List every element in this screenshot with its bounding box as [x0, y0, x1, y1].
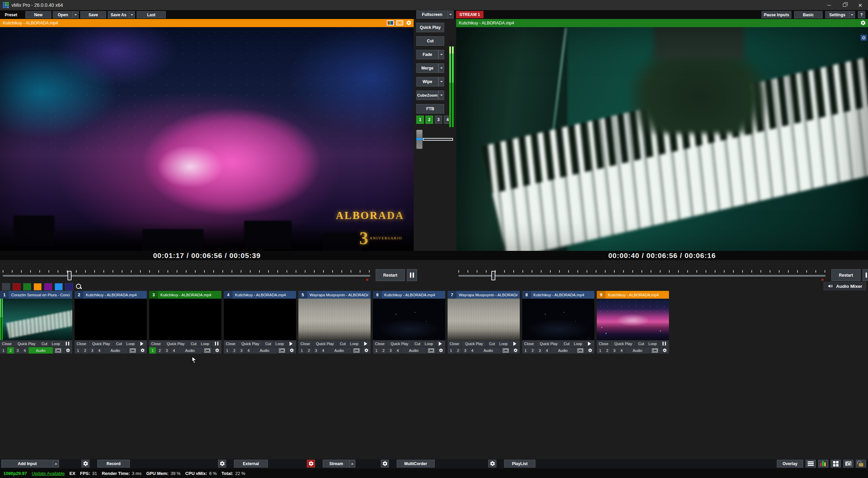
preview-titlebar[interactable]: Kutichikuy - ALBORADA.mp4 [0, 19, 414, 27]
lock-button[interactable] [856, 460, 866, 467]
input-fullscreen-button[interactable] [202, 347, 213, 354]
input-overlay-3-button[interactable]: 3 [14, 347, 21, 354]
input-overlay-3-button[interactable]: 3 [536, 347, 544, 354]
input-tile-7[interactable]: 7 Wayrapa Muspuynin - ALBORADA.mp4 Close… [448, 291, 520, 354]
input-audio-button[interactable]: Audio [327, 347, 352, 354]
input-cut-button[interactable]: Cut [412, 340, 422, 347]
input-quick-play-button[interactable]: Quick Play [536, 340, 561, 347]
gear-icon[interactable] [860, 20, 866, 26]
input-overlay-3-button[interactable]: 3 [387, 347, 394, 354]
input-header[interactable]: 1 Corazón Sensual en Piura - Concierto [0, 291, 72, 299]
open-button[interactable]: Open [53, 11, 73, 18]
color-filter-green[interactable] [23, 283, 31, 291]
input-play-pause-button[interactable] [585, 340, 594, 347]
input-quick-play-button[interactable]: Quick Play [163, 340, 189, 347]
multiview-button[interactable] [831, 460, 841, 467]
input-overlay-1-button[interactable]: 1 [149, 347, 156, 354]
fullscreen-button[interactable]: Fullscreen [416, 11, 448, 19]
input-header[interactable]: 7 Wayrapa Muspuynin - ALBORADA.mp4 [448, 291, 520, 299]
input-close-button[interactable]: Close [0, 340, 14, 347]
input-loop-button[interactable]: Loop [647, 340, 659, 347]
input-close-button[interactable]: Close [373, 340, 387, 347]
input-cut-button[interactable]: Cut [39, 340, 50, 347]
input-tile-9[interactable]: 9 Kutichikuy - ALBORADA.mp4 Close Quick … [597, 291, 669, 354]
input-loop-button[interactable]: Loop [199, 340, 212, 347]
input-header[interactable]: 5 Wayrapa Muspuynin - ALBORADA.mp4 [298, 291, 371, 299]
input-cut-button[interactable]: Cut [263, 340, 273, 347]
maximize-button[interactable] [837, 0, 852, 10]
overlay-button[interactable]: Overlay [777, 460, 803, 467]
merge-button[interactable]: Merge [416, 63, 438, 73]
input-fullscreen-button[interactable] [575, 347, 586, 354]
input-overlay-3-button[interactable]: 3 [313, 347, 320, 354]
record-settings-button[interactable] [81, 460, 90, 467]
input-settings-button[interactable] [287, 347, 296, 354]
input-settings-button[interactable] [586, 347, 594, 354]
input-play-pause-button[interactable] [361, 340, 371, 347]
color-filter-default[interactable] [2, 283, 10, 291]
cut-button[interactable]: Cut [416, 36, 444, 46]
input-cut-button[interactable]: Cut [561, 340, 572, 347]
overlay-1-button[interactable]: 1 [416, 116, 424, 124]
colorbars-icon[interactable] [387, 20, 394, 25]
minimize-button[interactable] [821, 0, 837, 10]
input-audio-button[interactable]: Audio [252, 347, 277, 354]
program-pause-button[interactable] [863, 269, 868, 281]
input-audio-button[interactable]: Audio [551, 347, 575, 354]
input-overlay-1-button[interactable]: 1 [0, 347, 7, 354]
input-quick-play-button[interactable]: Quick Play [14, 340, 39, 347]
input-overlay-1-button[interactable]: 1 [448, 347, 455, 354]
merge-dropdown[interactable] [438, 63, 444, 73]
playlist-settings-button[interactable] [488, 460, 496, 467]
save-as-dropdown[interactable] [129, 11, 135, 18]
input-thumbnail[interactable] [75, 299, 147, 340]
input-fullscreen-button[interactable] [53, 347, 63, 354]
close-button[interactable]: ✕ [852, 0, 868, 10]
input-audio-button[interactable]: Audio [178, 347, 202, 354]
input-overlay-3-button[interactable]: 3 [163, 347, 171, 354]
search-icon[interactable] [76, 283, 82, 290]
preview-playhead[interactable] [67, 271, 72, 280]
snapshot-button[interactable] [843, 460, 853, 467]
input-overlay-2-button[interactable]: 2 [156, 347, 163, 354]
overlay-2-button[interactable]: 2 [426, 116, 433, 124]
transition-tbar[interactable] [416, 130, 454, 149]
input-close-button[interactable]: Close [224, 340, 238, 347]
input-audio-button[interactable]: Audio [625, 347, 650, 354]
input-overlay-2-button[interactable]: 2 [380, 347, 387, 354]
input-fullscreen-button[interactable] [501, 347, 511, 354]
add-input-dropdown[interactable] [53, 460, 59, 467]
input-overlay-4-button[interactable]: 4 [96, 347, 103, 354]
fullscreen-dropdown[interactable] [448, 11, 454, 19]
input-settings-button[interactable] [213, 347, 221, 354]
wipe-button[interactable]: Wipe [416, 77, 438, 86]
input-overlay-3-button[interactable]: 3 [238, 347, 245, 354]
input-audio-button[interactable]: Audio [401, 347, 426, 354]
open-dropdown[interactable] [73, 11, 79, 18]
input-thumbnail[interactable] [298, 299, 371, 340]
fade-button[interactable]: Fade [416, 50, 438, 59]
input-thumbnail[interactable] [149, 299, 221, 340]
input-overlay-1-button[interactable]: 1 [597, 347, 604, 354]
input-overlay-3-button[interactable]: 3 [462, 347, 469, 354]
program-video[interactable] [456, 27, 868, 259]
input-header[interactable]: 2 Kutichikuy - ALBORADA.mp4 [75, 291, 147, 299]
program-restart-button[interactable]: Restart [831, 269, 861, 281]
input-thumbnail[interactable] [224, 299, 296, 340]
input-audio-button[interactable]: Audio [476, 347, 501, 354]
input-quick-play-button[interactable]: Quick Play [387, 340, 412, 347]
input-overlay-2-button[interactable]: 2 [231, 347, 238, 354]
input-cut-button[interactable]: Cut [338, 340, 348, 347]
input-header[interactable]: 4 Kutichikuy - ALBORADA.mp4 [224, 291, 296, 299]
new-button[interactable]: New [25, 11, 51, 18]
input-play-pause-button[interactable] [435, 340, 445, 347]
stream-button[interactable]: Stream [323, 460, 349, 467]
input-close-button[interactable]: Close [298, 340, 312, 347]
update-available-link[interactable]: Update Available [32, 471, 64, 476]
last-button[interactable]: Last [137, 11, 166, 18]
preview-pause-button[interactable] [407, 269, 417, 281]
input-settings-button[interactable] [511, 347, 520, 354]
input-quick-play-button[interactable]: Quick Play [88, 340, 114, 347]
cubezoom-button[interactable]: CubeZoom [416, 91, 438, 100]
input-overlay-4-button[interactable]: 4 [618, 347, 625, 354]
